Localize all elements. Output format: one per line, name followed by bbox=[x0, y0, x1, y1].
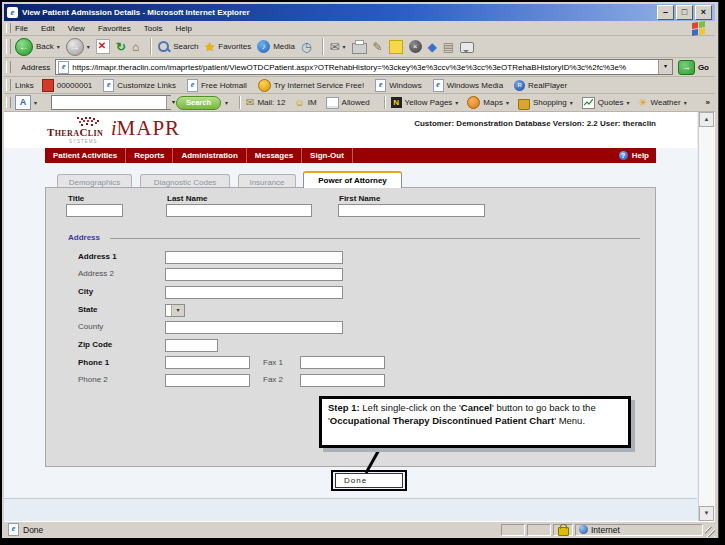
phone1-input[interactable] bbox=[165, 356, 250, 369]
dropdown-icon[interactable]: ▾ bbox=[570, 99, 573, 106]
forward-dropdown-icon[interactable]: ▾ bbox=[87, 43, 90, 50]
county-input[interactable] bbox=[165, 321, 343, 334]
first-name-input[interactable] bbox=[338, 204, 485, 217]
nav-messages[interactable]: Messages bbox=[247, 148, 302, 163]
tab-power-of-attorney[interactable]: Power of Attorney bbox=[303, 171, 402, 188]
toolbar-grip[interactable] bbox=[6, 97, 11, 109]
maps-button[interactable]: Maps ▾ bbox=[467, 96, 509, 109]
link-patient-id[interactable]: 00000001 bbox=[42, 79, 93, 92]
edit-button[interactable]: ✎ bbox=[373, 41, 383, 53]
menu-view[interactable]: View bbox=[68, 24, 85, 33]
close-button[interactable]: × bbox=[695, 5, 712, 20]
address-input[interactable]: e https://imapr.theraclin.com/imaprtest/… bbox=[55, 59, 673, 75]
tab-demographics[interactable]: Demographics bbox=[57, 174, 132, 188]
lock-icon bbox=[558, 527, 569, 536]
title-input[interactable] bbox=[66, 204, 123, 217]
nav-administration[interactable]: Administration bbox=[173, 148, 246, 163]
scroll-up-button[interactable]: ▲ bbox=[699, 112, 714, 127]
companion-search-input[interactable] bbox=[52, 96, 166, 109]
nav-patient-activities[interactable]: Patient Activities bbox=[45, 148, 126, 163]
yellow-pages-button[interactable]: N Yellow Pages ▾ bbox=[391, 97, 459, 108]
toolbar-grip[interactable] bbox=[6, 39, 11, 54]
address-url-text[interactable]: https://imapr.theraclin.com/imaprtest/pa… bbox=[72, 63, 658, 72]
fax1-input[interactable] bbox=[300, 356, 385, 369]
mail-status-button[interactable]: ✉ Mail: 12 bbox=[246, 97, 285, 109]
link-free-hotmail[interactable]: e Free Hotmail bbox=[187, 79, 247, 92]
link-realplayer[interactable]: R RealPlayer bbox=[514, 80, 567, 91]
toolbar-grip[interactable] bbox=[6, 23, 11, 33]
dropdown-icon[interactable]: ▾ bbox=[34, 99, 37, 106]
tab-insurance[interactable]: Insurance bbox=[238, 174, 296, 188]
address-dropdown-button[interactable]: ▾ bbox=[658, 60, 672, 74]
print-button[interactable] bbox=[352, 40, 367, 54]
nav-sign-out[interactable]: Sign-Out bbox=[302, 148, 353, 163]
msn-button[interactable]: ◆ bbox=[428, 41, 437, 53]
fax2-input[interactable] bbox=[300, 374, 385, 387]
menu-favorites[interactable]: Favorites bbox=[98, 24, 131, 33]
history-button[interactable]: ◷ bbox=[301, 41, 311, 53]
font-size-button[interactable]: A ▾ bbox=[15, 95, 37, 110]
title-bar[interactable]: e View Patient Admission Details - Micro… bbox=[4, 4, 715, 21]
scroll-down-button[interactable]: ▼ bbox=[699, 506, 714, 521]
address1-input[interactable] bbox=[165, 251, 343, 264]
menu-help[interactable]: Help bbox=[175, 24, 191, 33]
menu-tools[interactable]: Tools bbox=[144, 24, 163, 33]
mail-button[interactable]: ✉ ▾ bbox=[329, 41, 345, 53]
menu-edit[interactable]: Edit bbox=[41, 24, 55, 33]
zip-input[interactable] bbox=[165, 339, 218, 352]
status-text: Done bbox=[23, 525, 43, 535]
link-try-internet-service[interactable]: Try Internet Service Free! bbox=[258, 79, 364, 92]
dropdown-icon[interactable]: ▾ bbox=[506, 99, 509, 106]
favorites-button[interactable]: ★ Favorites bbox=[205, 40, 252, 54]
last-name-input[interactable] bbox=[166, 204, 312, 217]
go-button[interactable]: → Go bbox=[678, 60, 709, 75]
toolbar-overflow-chevrons[interactable]: » bbox=[706, 98, 710, 107]
menu-file[interactable]: File bbox=[15, 24, 28, 33]
messenger-button[interactable]: × bbox=[409, 40, 422, 53]
stop-button[interactable]: ✕ bbox=[96, 39, 110, 54]
forward-button[interactable]: → ▾ bbox=[66, 38, 90, 56]
weather-button[interactable]: ☀ Weather ▾ bbox=[639, 97, 687, 109]
allowed-button[interactable]: Allowed bbox=[326, 97, 370, 109]
notes-button[interactable] bbox=[389, 40, 403, 54]
dropdown-icon[interactable]: ▾ bbox=[684, 99, 687, 106]
phone1-label: Phone 1 bbox=[78, 358, 109, 367]
go-arrow-icon: → bbox=[678, 60, 695, 75]
nav-reports[interactable]: Reports bbox=[126, 148, 173, 163]
shopping-button[interactable]: Shopping ▾ bbox=[518, 96, 573, 110]
media-button[interactable]: ♪ Media bbox=[257, 40, 295, 53]
quotes-button[interactable]: Quotes ▾ bbox=[582, 97, 630, 109]
dropdown-icon[interactable]: ▾ bbox=[627, 99, 630, 106]
companion-search-box[interactable]: ▾ bbox=[51, 95, 171, 110]
toolbar-grip[interactable] bbox=[6, 61, 11, 74]
discuss-button[interactable] bbox=[460, 41, 474, 53]
companion-search-button[interactable]: Search bbox=[176, 96, 221, 110]
state-select[interactable]: ▾ bbox=[165, 304, 185, 317]
zone-panel: Internet bbox=[575, 524, 703, 536]
county-label: County bbox=[78, 322, 103, 331]
back-dropdown-icon[interactable]: ▾ bbox=[57, 43, 60, 50]
maximize-button[interactable]: □ bbox=[676, 5, 693, 20]
dropdown-icon[interactable]: ▾ bbox=[455, 99, 458, 106]
minimize-button[interactable]: – bbox=[657, 5, 674, 20]
search-button[interactable]: Search bbox=[157, 40, 198, 53]
address2-input[interactable] bbox=[165, 268, 343, 281]
im-button[interactable]: ☺ IM bbox=[294, 97, 316, 109]
tab-diagnostic-codes[interactable]: Diagnostic Codes bbox=[140, 174, 230, 188]
link-windows[interactable]: e Windows bbox=[375, 79, 421, 92]
research-button[interactable]: ▤ bbox=[443, 41, 454, 53]
resize-grip[interactable] bbox=[705, 527, 715, 537]
home-button[interactable]: ⌂ bbox=[132, 41, 139, 53]
city-input[interactable] bbox=[165, 286, 343, 299]
mail-dropdown-icon[interactable]: ▾ bbox=[343, 43, 346, 50]
back-button[interactable]: ← Back ▾ bbox=[15, 38, 60, 56]
link-customize-links[interactable]: e Customize Links bbox=[103, 79, 176, 92]
refresh-button[interactable]: ↻ bbox=[116, 41, 126, 53]
link-windows-media[interactable]: e Windows Media bbox=[433, 79, 503, 92]
vertical-scrollbar[interactable]: ▲ ▼ bbox=[698, 112, 715, 521]
logo-dots-icon bbox=[77, 117, 79, 119]
search-dropdown-icon[interactable]: ▾ bbox=[225, 99, 228, 106]
help-button[interactable]: ? Help bbox=[619, 151, 656, 160]
phone2-input[interactable] bbox=[165, 374, 250, 387]
toolbar-grip[interactable] bbox=[6, 79, 11, 90]
